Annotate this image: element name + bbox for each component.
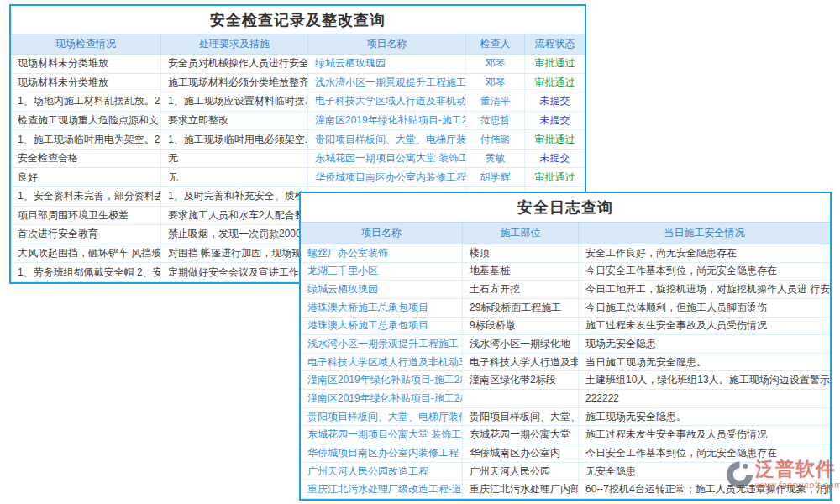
inspection-table-row: 现场材料未分类堆放 施工现场材料必须分类堆放整齐... 浅水湾小区一期景观提升工… — [11, 74, 585, 93]
column-header-construction-part: 施工部位 — [463, 223, 579, 244]
construction-part-cell: 浅水湾小区一期绿化地 — [463, 335, 579, 353]
project-name-link[interactable]: 贵阳项目样板间、大堂、电梯厅装修工程 — [301, 408, 463, 426]
measures-cell: 施工现场材料必须分类堆放整齐... — [161, 74, 308, 92]
site-situation-cell: 现场材料未分类堆放 — [11, 55, 161, 73]
log-table-row: 龙湖三千里小区 地基基桩 今日安全工作基本到位，尚无安全隐患存在 — [301, 263, 830, 281]
inspection-table-row: 安全检查合格 无 东城花园一期项目公寓大堂 装饰工程 黄敏 未提交 — [11, 150, 585, 169]
measures-cell: 对围挡 帐篷进行加固，现场规... — [161, 244, 308, 263]
measures-cell: 1、施工现场临时用电必须架空... — [161, 130, 308, 149]
project-name-link[interactable]: 潼南区2019年绿化补贴项目-施工2标段 — [301, 371, 463, 389]
daily-safety-cell: 土建班组10人，绿化班组13人。施工现场沟边设置警示标识，... — [579, 371, 830, 389]
flow-status-badge: 审批通过 — [525, 55, 585, 73]
site-situation-cell: 项目部周围环境卫生极差 — [11, 207, 161, 225]
construction-part-cell: 9标段桥墩 — [463, 318, 579, 335]
log-table-row: 电子科技大学区域人行道及非机动车道工程 电子科技大学人行道及非... 当日施工现… — [301, 354, 830, 372]
flow-status-badge: 审批通过 — [525, 130, 585, 149]
log-table-row: 潼南区2019年绿化补贴项目-施工2标段 222222 — [301, 390, 830, 408]
inspector-link[interactable]: 董清平 — [466, 92, 525, 111]
daily-safety-cell: 安全工作良好，尚无安全隐患存在 — [579, 244, 830, 262]
project-name-link[interactable]: 绿城云栖玫瑰园 — [301, 281, 463, 298]
inspector-link[interactable]: 胡学辉 — [466, 168, 525, 186]
measures-cell: 定期做好安全会议及宣讲工作 — [161, 263, 308, 281]
inspector-link[interactable]: 邓琴 — [466, 74, 525, 92]
project-name-link[interactable]: 华侨城项目南区办公室内装修工程 — [301, 444, 463, 462]
flow-status-badge: 审批通过 — [525, 168, 585, 186]
inspection-panel-title: 安全检查记录及整改查询 — [11, 6, 585, 34]
log-table-body: 螺丝厂办公室装饰 楼顶 安全工作良好，尚无安全隐患存在 龙湖三千里小区 地基基桩… — [301, 244, 830, 499]
daily-safety-cell: 今日工地开工，旋挖机进场，对旋挖机操作人员进 行安全技术... — [579, 281, 830, 298]
inspection-table-row: 1、场地内施工材料乱摆乱放。2... 1、施工现场应设置材料临时摆... 电子科… — [11, 92, 585, 112]
log-table-row: 绿城云栖玫瑰园 土石方开挖 今日工地开工，旋挖机进场，对旋挖机操作人员进 行安全… — [301, 281, 830, 299]
log-table-header: 项目名称 施工部位 当日施工安全情况 — [301, 222, 830, 244]
measures-cell: 无 — [161, 150, 308, 168]
measures-cell: 要求立即整改 — [161, 112, 308, 130]
log-table-row: 贵阳项目样板间、大堂、电梯厅装修工程 贵阳项目样板间、大堂、... 施工现场无安… — [301, 408, 830, 427]
measures-cell: 要求施工人员和水车2人配合整... — [161, 207, 308, 225]
inspector-link[interactable]: 黄敏 — [466, 150, 525, 168]
daily-safety-cell: 现场无安全隐患 — [579, 335, 830, 353]
construction-part-cell: 贵阳项目样板间、大堂、... — [463, 408, 579, 426]
log-table-row: 浅水湾小区一期景观提升工程施工 浅水湾小区一期绿化地 现场无安全隐患 — [301, 335, 830, 354]
flow-status-badge: 未提交 — [525, 92, 585, 111]
inspector-link[interactable]: 邓琴 — [466, 55, 525, 73]
column-header-site-situation: 现场检查情况 — [11, 34, 161, 54]
safety-log-panel: 安全日志查询 项目名称 施工部位 当日施工安全情况 螺丝厂办公室装饰 楼顶 安全… — [299, 192, 832, 501]
project-name-link[interactable]: 龙湖三千里小区 — [301, 263, 463, 281]
project-name-link[interactable]: 绿城云栖玫瑰园 — [308, 55, 466, 73]
daily-safety-cell: 无安全隐患 — [579, 463, 830, 480]
inspection-table-header: 现场检查情况 处理要求及措施 项目名称 检查人 流程状态 — [11, 34, 585, 55]
project-name-link[interactable]: 潼南区2019年绿化补贴项目-施工2标段 — [301, 390, 463, 407]
daily-safety-cell: 当日施工现场无安全隐患。 — [579, 354, 830, 371]
site-situation-cell: 现场材料未分类堆放 — [11, 74, 161, 92]
project-name-link[interactable]: 潼南区2019年绿化补贴项目-施工2标段 — [308, 112, 466, 130]
construction-part-cell — [463, 390, 579, 407]
project-name-link[interactable]: 港珠澳大桥施工总承包项目 — [301, 299, 463, 317]
construction-part-cell: 楼顶 — [463, 244, 579, 262]
column-header-flow-status: 流程状态 — [525, 34, 585, 54]
log-table-row: 港珠澳大桥施工总承包项目 9标段桥墩 施工过程未发生安全事故及人员受伤情况 — [301, 318, 830, 336]
inspector-link[interactable]: 范思哲 — [466, 112, 525, 130]
daily-safety-cell: 今日安全工作基本到位，尚无安全隐患存在 — [579, 444, 830, 462]
log-table-row: 港珠澳大桥施工总承包项目 29标段桥面工程施工 今日施工总体顺利，但施工人员脚面… — [301, 299, 830, 318]
construction-part-cell: 29标段桥面工程施工 — [463, 299, 579, 317]
daily-safety-cell: 施工现场无安全隐患。 — [579, 408, 830, 426]
measures-cell: 无 — [161, 168, 308, 186]
project-name-link[interactable]: 重庆江北污水处理厂级改造工程-道路修复 — [301, 480, 463, 498]
site-situation-cell: 检查施工现场重大危险点源和文... — [11, 112, 161, 130]
column-header-measures: 处理要求及措施 — [161, 34, 308, 54]
construction-part-cell: 潼南区绿化带2标段 — [463, 371, 579, 389]
project-name-link[interactable]: 螺丝厂办公室装饰 — [301, 244, 463, 262]
site-situation-cell: 1、劳务班组都佩戴安全帽 2、安... — [11, 263, 161, 281]
project-name-link[interactable]: 贵阳项目样板间、大堂、电梯厅装修工程 — [308, 130, 466, 149]
site-situation-cell: 1、安全资料未完善，部分资料丢... — [11, 187, 161, 206]
project-name-link[interactable]: 港珠澳大桥施工总承包项目 — [301, 318, 463, 335]
project-name-link[interactable]: 电子科技大学区域人行道及非机动车道工程 — [308, 92, 466, 111]
safety-log-panel-title: 安全日志查询 — [301, 193, 830, 222]
daily-safety-cell: 60--7挖机4台运转正常；施工人员无违章操作现象，消防7人在... — [579, 480, 830, 498]
project-name-link[interactable]: 东城花园一期项目公寓大堂 装饰工程 — [301, 426, 463, 444]
project-name-link[interactable]: 华侨城项目南区办公室内装修工程 — [308, 168, 466, 186]
column-header-inspector: 检查人 — [466, 34, 525, 54]
project-name-link[interactable]: 东城花园一期项目公寓大堂 装饰工程 — [308, 150, 466, 168]
project-name-link[interactable]: 电子科技大学区域人行道及非机动车道工程 — [301, 354, 463, 371]
construction-part-cell: 地基基桩 — [463, 263, 579, 281]
measures-cell: 禁止吸烟，发现一次罚款2000... — [161, 225, 308, 244]
log-table-row: 东城花园一期项目公寓大堂 装饰工程 东城花园一期公寓大堂 施工过程未发生安全事故… — [301, 426, 830, 444]
daily-safety-cell: 222222 — [579, 390, 830, 407]
inspector-link[interactable]: 付伟璐 — [466, 130, 525, 149]
flow-status-badge: 审批通过 — [525, 74, 585, 92]
log-table-row: 广州天河人民公园改造工程 广州天河人民公园 无安全隐患 — [301, 463, 830, 481]
construction-part-cell: 广州天河人民公园 — [463, 463, 579, 480]
project-name-link[interactable]: 浅水湾小区一期景观提升工程施工 — [308, 74, 466, 92]
log-table-row: 螺丝厂办公室装饰 楼顶 安全工作良好，尚无安全隐患存在 — [301, 244, 830, 263]
project-name-link[interactable]: 广州天河人民公园改造工程 — [301, 463, 463, 480]
measures-cell: 安全员对机械操作人员进行安全... — [161, 55, 308, 73]
inspection-table-row: 良好 无 华侨城项目南区办公室内装修工程 胡学辉 审批通过 — [11, 168, 585, 187]
daily-safety-cell: 今日安全工作基本到位，尚无安全隐患存在 — [579, 263, 830, 281]
log-table-row: 重庆江北污水处理厂级改造工程-道路修复 重庆江北污水处理厂内部... 60--7… — [301, 480, 830, 499]
project-name-link[interactable]: 浅水湾小区一期景观提升工程施工 — [301, 335, 463, 353]
construction-part-cell: 东城花园一期公寓大堂 — [463, 426, 579, 444]
site-situation-cell: 大风吹起围挡，砸坏铲车 风挡玻... — [11, 244, 161, 263]
flow-status-badge: 未提交 — [525, 150, 585, 168]
construction-part-cell: 电子科技大学人行道及非... — [463, 354, 579, 371]
